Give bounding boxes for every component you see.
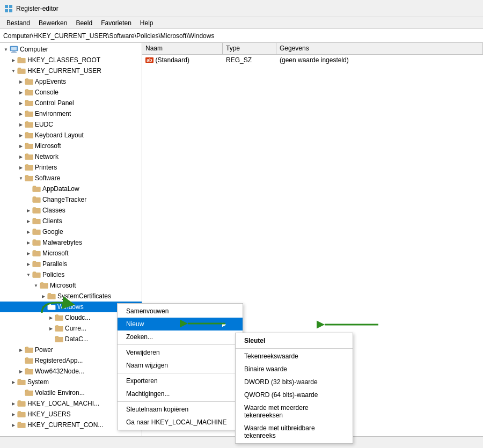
tree-item-console[interactable]: Console xyxy=(0,87,142,98)
expand-arrow[interactable] xyxy=(25,217,32,225)
expand-arrow[interactable] xyxy=(10,410,17,418)
tree-item-appdatalow[interactable]: AppDataLow xyxy=(0,183,142,194)
expand-arrow[interactable] xyxy=(25,271,32,278)
tree-item-eudc[interactable]: EUDC xyxy=(0,119,142,130)
sub-dword[interactable]: DWORD (32 bits)-waarde xyxy=(236,376,353,388)
svg-rect-5 xyxy=(11,47,17,50)
tree-item-hkcr[interactable]: HKEY_CLASSES_ROOT xyxy=(0,55,142,65)
tree-item-label: Microsoft xyxy=(50,282,76,289)
expand-arrow[interactable] xyxy=(17,368,25,375)
tree-item-classes[interactable]: Classes xyxy=(0,205,142,216)
folder-icon xyxy=(32,206,41,215)
folder-icon xyxy=(25,109,33,118)
tree-item-label: Console xyxy=(35,89,58,96)
tree-item-changetracker[interactable]: ChangeTracker xyxy=(0,194,142,205)
ctx-ganaarhklm-label: Ga naar HKEY_LOCAL_MACHINE xyxy=(126,418,226,426)
expand-arrow[interactable] xyxy=(17,89,25,96)
folder-icon xyxy=(17,56,26,64)
expand-arrow[interactable] xyxy=(17,164,25,171)
computer-icon xyxy=(10,45,18,54)
expand-arrow[interactable] xyxy=(25,207,32,214)
menu-bestand[interactable]: Bestand xyxy=(2,18,34,28)
expand-arrow[interactable] xyxy=(25,239,32,246)
ctx-verwijderen[interactable]: Verwijderen xyxy=(118,346,243,359)
menu-help[interactable]: Help xyxy=(136,18,158,28)
menu-beeld[interactable]: Beeld xyxy=(71,18,97,28)
expand-arrow[interactable] xyxy=(17,121,25,128)
title-bar: Register-editor xyxy=(0,0,483,17)
data-row[interactable]: ab (Standaard) REG_SZ (geen waarde inges… xyxy=(142,55,483,65)
tree-item-network[interactable]: Network xyxy=(0,151,142,162)
expand-arrow[interactable] xyxy=(10,378,17,386)
folder-icon xyxy=(25,142,33,150)
ctx-samenvouwen-label: Samenvouwen xyxy=(126,307,169,315)
tree-item-microsoft[interactable]: Microsoft xyxy=(0,141,142,151)
tree-item-environment[interactable]: Environment xyxy=(0,108,142,119)
sub-qword[interactable]: QWORD (64 bits)-waarde xyxy=(236,388,353,401)
green-arrow-2 xyxy=(180,315,228,333)
expand-arrow[interactable] xyxy=(17,78,25,85)
folder-icon xyxy=(25,356,33,365)
tree-item-controlpanel[interactable]: Control Panel xyxy=(0,98,142,108)
tree-item-hkcu[interactable]: HKEY_CURRENT_USER xyxy=(0,65,142,76)
tree-item-microsoft2[interactable]: Microsoft xyxy=(0,248,142,259)
sub-meerdere[interactable]: Waarde met meerdere tekenreeksen xyxy=(236,401,353,422)
folder-icon xyxy=(55,335,63,343)
folder-icon xyxy=(25,99,33,107)
ctx-ganaarhklm[interactable]: Ga naar HKEY_LOCAL_MACHINE xyxy=(118,416,243,429)
tree-item-label: Wow6432Node... xyxy=(35,368,84,375)
sub-uitbreidbare[interactable]: Waarde met uitbreidbare tekenreeks xyxy=(236,422,353,442)
expand-arrow[interactable] xyxy=(25,249,32,257)
sub-tekenreeks-label: Tekenreekswaarde xyxy=(244,352,298,360)
tree-item-label: Printers xyxy=(35,164,57,171)
expand-arrow[interactable] xyxy=(2,46,10,53)
expand-arrow[interactable] xyxy=(47,325,55,332)
expand-arrow[interactable] xyxy=(17,153,25,160)
ctx-machtigingen[interactable]: Machtigingen... xyxy=(118,387,243,400)
folder-icon xyxy=(17,67,26,75)
col-type: Type xyxy=(223,43,276,54)
tree-item-malwarebytes[interactable]: Malwarebytes xyxy=(0,237,142,248)
tree-item-label: HKEY_CLASSES_ROOT xyxy=(27,56,100,64)
expand-arrow[interactable] xyxy=(25,228,32,236)
menu-bewerken[interactable]: Bewerken xyxy=(34,18,71,28)
ctx-nieuw-label: Nieuw xyxy=(126,320,144,328)
sub-tekenreeks[interactable]: Tekenreekswaarde xyxy=(236,350,353,363)
tree-item-clients[interactable]: Clients xyxy=(0,216,142,226)
sub-sleutel[interactable]: Sleutel xyxy=(236,334,353,347)
expand-arrow[interactable] xyxy=(17,142,25,150)
sub-binaire[interactable]: Binaire waarde xyxy=(236,363,353,376)
expand-arrow[interactable] xyxy=(10,421,17,429)
ctx-exporteren[interactable]: Exporteren xyxy=(118,374,243,387)
tree-item-google[interactable]: Google xyxy=(0,226,142,237)
data-header: Naam Type Gegevens xyxy=(142,43,483,55)
expand-arrow[interactable] xyxy=(17,346,25,354)
expand-arrow[interactable] xyxy=(10,400,17,407)
expand-arrow[interactable] xyxy=(17,99,25,107)
tree-item-keyboardlayout[interactable]: Keyboard Layout xyxy=(0,130,142,141)
expand-arrow[interactable] xyxy=(17,174,25,182)
folder-icon xyxy=(32,249,41,258)
tree-item-pol-microsoft[interactable]: Microsoft xyxy=(0,280,142,291)
menu-favorieten[interactable]: Favorieten xyxy=(97,18,136,28)
tree-item-policies[interactable]: Policies xyxy=(0,269,142,280)
arrow2-svg xyxy=(180,315,228,332)
ctx-naamwijzigen[interactable]: Naam wijzigen xyxy=(118,359,243,372)
folder-icon xyxy=(17,410,26,418)
folder-icon xyxy=(25,346,33,354)
expand-arrow[interactable] xyxy=(17,110,25,117)
expand-arrow[interactable] xyxy=(10,56,17,64)
tree-item-label: HKEY_USERS xyxy=(27,410,71,418)
expand-arrow[interactable] xyxy=(17,131,25,139)
ctx-sleutelnaam[interactable]: Sleutelnaam kopiëren xyxy=(118,403,243,416)
tree-item-printers[interactable]: Printers xyxy=(0,162,142,173)
expand-arrow[interactable] xyxy=(32,282,40,289)
expand-arrow[interactable] xyxy=(10,67,17,75)
tree-item-label: AppDataLow xyxy=(42,185,79,193)
tree-item-label: HKEY_LOCAL_MACHI... xyxy=(27,400,99,407)
tree-item-software[interactable]: Software xyxy=(0,173,142,183)
expand-arrow[interactable] xyxy=(25,260,32,268)
tree-item-appevents[interactable]: AppEvents xyxy=(0,76,142,87)
tree-item-parallels[interactable]: Parallels xyxy=(0,259,142,269)
tree-item-computer[interactable]: Computer xyxy=(0,44,142,55)
